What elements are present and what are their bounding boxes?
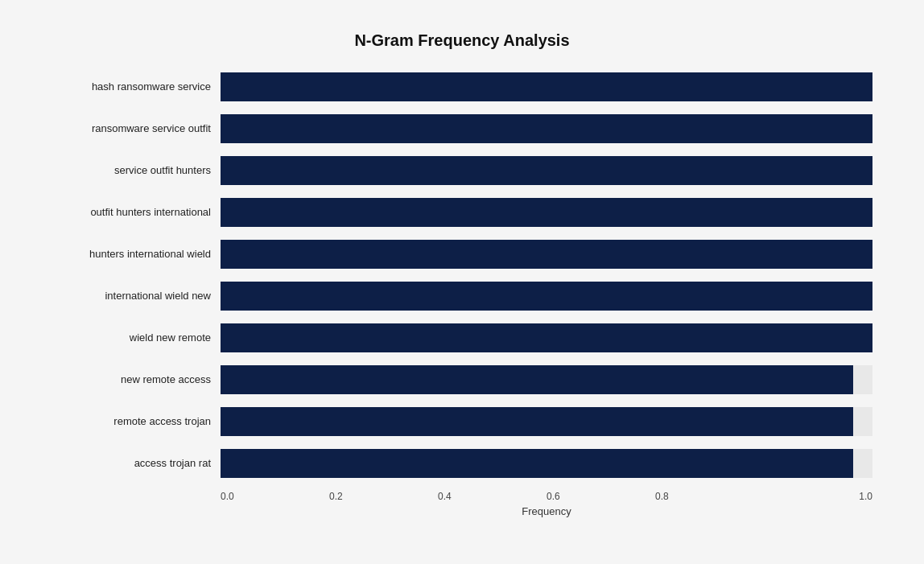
bar-row: remote access trojan — [52, 401, 872, 443]
bar-fill — [221, 114, 872, 143]
x-tick: 0.6 — [547, 491, 655, 502]
bar-track — [221, 156, 872, 185]
bar-row: ransomware service outfit — [52, 108, 872, 150]
bar-fill — [221, 323, 872, 352]
bar-label: outfit hunters international — [52, 206, 221, 218]
bar-track — [221, 114, 872, 143]
bar-row: hunters international wield — [52, 233, 872, 275]
bar-label: hunters international wield — [52, 248, 221, 260]
bar-row: international wield new — [52, 275, 872, 317]
chart-title: N-Gram Frequency Analysis — [52, 31, 872, 50]
bar-track — [221, 198, 872, 227]
bar-track — [221, 282, 872, 311]
x-tick: 0.0 — [221, 491, 329, 502]
x-tick: 0.4 — [438, 491, 547, 502]
bar-row: new remote access — [52, 359, 872, 401]
bar-track — [221, 449, 872, 478]
bar-row: access trojan rat — [52, 443, 872, 484]
x-tick: 1.0 — [764, 491, 872, 502]
bar-label: wield new remote — [52, 331, 221, 344]
x-tick: 0.8 — [655, 491, 764, 502]
bar-row: service outfit hunters — [52, 150, 872, 191]
bar-fill — [221, 240, 872, 269]
bar-track — [221, 407, 872, 436]
bar-row: outfit hunters international — [52, 191, 872, 233]
x-tick: 0.2 — [329, 491, 438, 502]
bar-label: ransomware service outfit — [52, 122, 221, 134]
x-axis-label: Frequency — [221, 505, 872, 517]
bar-track — [221, 72, 872, 101]
chart-container: N-Gram Frequency Analysis hash ransomwar… — [19, 15, 905, 550]
bar-label: access trojan rat — [52, 457, 221, 469]
bar-track — [221, 365, 872, 394]
bar-label: service outfit hunters — [52, 164, 221, 176]
bar-fill — [221, 198, 872, 227]
chart-area: hash ransomware serviceransomware servic… — [52, 66, 872, 484]
bar-fill — [221, 407, 853, 436]
bar-row: hash ransomware service — [52, 66, 872, 108]
bar-label: new remote access — [52, 373, 221, 385]
bar-row: wield new remote — [52, 317, 872, 359]
bar-label: remote access trojan — [52, 415, 221, 427]
bar-track — [221, 240, 872, 269]
bar-fill — [221, 365, 853, 394]
bar-fill — [221, 449, 853, 478]
bar-fill — [221, 156, 872, 185]
bar-fill — [221, 72, 872, 101]
bar-fill — [221, 282, 872, 311]
bar-label: international wield new — [52, 290, 221, 302]
x-axis: 0.00.20.40.60.81.0 — [221, 491, 872, 502]
bar-label: hash ransomware service — [52, 80, 221, 93]
bar-track — [221, 323, 872, 352]
